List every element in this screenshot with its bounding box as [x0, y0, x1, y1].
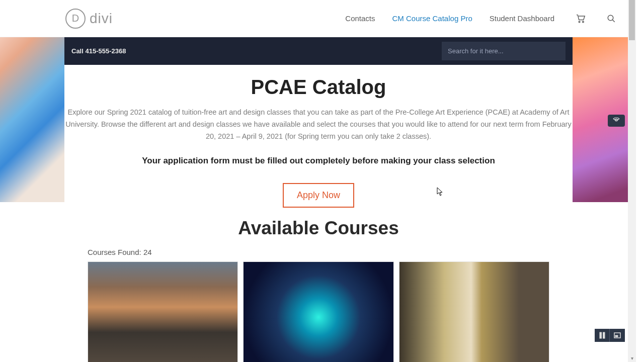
cart-icon[interactable] — [576, 14, 586, 23]
course-card[interactable] — [399, 261, 549, 362]
search-icon[interactable] — [607, 14, 616, 23]
course-grid — [64, 261, 573, 362]
scrollbar-down-icon[interactable]: ▾ — [628, 354, 636, 362]
page-scrollbar[interactable]: ▾ — [628, 0, 636, 362]
nav-contacts[interactable]: Contacts — [345, 14, 375, 23]
courses-found-label: Courses Found: — [88, 248, 141, 256]
page-description: Explore our Spring 2021 catalog of tuiti… — [64, 107, 573, 143]
search-input[interactable] — [442, 42, 566, 60]
media-controls — [595, 329, 625, 342]
mouse-cursor — [437, 187, 444, 196]
scrollbar-thumb[interactable] — [629, 0, 635, 40]
svg-point-0 — [579, 21, 580, 23]
main-content: Call 415-555-2368 PCAE Catalog Explore o… — [64, 37, 573, 362]
call-text: Call 415-555-2368 — [71, 47, 126, 55]
apply-now-button[interactable]: Apply Now — [283, 183, 354, 208]
course-thumbnail — [244, 262, 393, 362]
nav-catalog-pro[interactable]: CM Course Catalog Pro — [392, 14, 472, 23]
nav-student-dashboard[interactable]: Student Dashboard — [490, 14, 554, 23]
course-thumbnail — [399, 262, 549, 362]
courses-found: Courses Found: 24 — [64, 248, 573, 256]
utility-bar: Call 415-555-2368 — [64, 37, 573, 65]
nav-links: Contacts CM Course Catalog Pro Student D… — [345, 14, 616, 23]
svg-point-2 — [608, 15, 613, 21]
page-title: PCAE Catalog — [64, 76, 573, 99]
top-nav: D divi Contacts CM Course Catalog Pro St… — [0, 0, 636, 37]
svg-rect-8 — [615, 335, 618, 337]
svg-point-1 — [583, 21, 584, 23]
course-thumbnail — [88, 262, 237, 362]
course-card[interactable] — [243, 261, 393, 362]
application-notice: Your application form must be filled out… — [64, 156, 573, 166]
available-courses-heading: Available Courses — [64, 218, 573, 239]
site-logo[interactable]: D divi — [65, 9, 113, 29]
frame-button[interactable] — [610, 329, 625, 342]
logo-text: divi — [90, 11, 113, 27]
pause-button[interactable] — [595, 329, 610, 342]
svg-rect-5 — [600, 332, 602, 338]
accessibility-icon[interactable] — [608, 115, 625, 127]
svg-rect-6 — [603, 332, 605, 338]
course-card[interactable] — [88, 261, 238, 362]
courses-found-count: 24 — [143, 248, 152, 256]
logo-icon: D — [65, 9, 86, 29]
svg-line-3 — [612, 20, 615, 22]
